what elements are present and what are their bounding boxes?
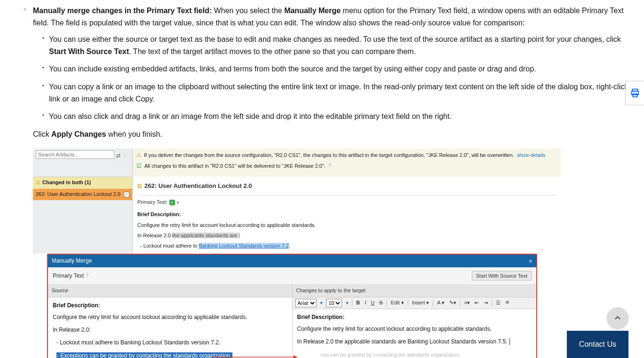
edit-dropdown[interactable]: Edit ▾ (390, 299, 405, 307)
up-arrow-icon[interactable]: ↑ (124, 152, 129, 157)
print-button[interactable] (625, 81, 644, 105)
source-header: Source (48, 285, 292, 297)
sub1-bold: Start With Source Text (49, 47, 129, 55)
print-icon (630, 88, 640, 98)
insert-dropdown[interactable]: Insert ▾ (411, 299, 430, 307)
help-icon[interactable]: ? (328, 163, 331, 170)
start-with-source-button[interactable]: Start With Source Text (472, 271, 532, 280)
warning-icon: ⚠ (36, 179, 40, 187)
fontsize-select[interactable]: 10 (326, 299, 342, 307)
src-release: In Release 2.0: (53, 326, 287, 338)
warning-icon: ⚠ (136, 151, 141, 160)
src-bd-text: Configure the retry limit for account lo… (53, 313, 287, 326)
changed-label: Changed in both (1) (42, 179, 91, 187)
status-icon: ✓ (169, 200, 175, 205)
main-item-text-a: When you select the (212, 7, 284, 15)
number-list-button[interactable]: ≝ (504, 299, 510, 307)
filter-icon[interactable]: ⇄ (116, 152, 122, 157)
src-bd-title: Brief Description: (53, 301, 287, 313)
help-icon[interactable]: ? (86, 272, 88, 280)
sub1-b: . The text of the target artifact moves … (129, 47, 416, 55)
brief-description-text: Configure the retry limit for account lo… (137, 220, 556, 231)
editor-toolbar: Arial ▼ 10 ▼ B I U S Edit ▾ Insert ▾ A ▾… (293, 297, 537, 309)
artifact-title: 262: User Authentication Lockout 2.0 (144, 181, 252, 191)
main-item-bold: Manually merge changes in the Primary Te… (33, 7, 212, 15)
dialog-subtitle: Primary Text (53, 272, 84, 280)
indent-button[interactable]: ⇥ (483, 299, 489, 307)
primary-text-label: Primary Text: (137, 198, 167, 207)
manually-merge-bold: Manually Merge (284, 7, 341, 15)
outdent-button[interactable]: ⇤ (474, 299, 480, 307)
after-b: when you finish. (106, 130, 162, 138)
contact-us-button[interactable]: Contact Us (567, 331, 628, 358)
selected-item-label: 262: User Authentication Lockout 2.0 (36, 190, 120, 199)
target-header: Changes to apply to the target (293, 285, 537, 297)
highlight-button[interactable]: ✎▾ (448, 299, 457, 307)
underline-button[interactable]: U (370, 299, 375, 307)
textcolor-button[interactable]: A ▾ (436, 299, 445, 307)
align-button[interactable]: ≡▾ (463, 299, 471, 307)
red-arrow-icon (213, 352, 457, 358)
src-highlighted[interactable]: - Exceptions can be granted by contactin… (56, 352, 232, 358)
scroll-top-button[interactable] (607, 307, 628, 329)
show-details-link[interactable]: show details (517, 151, 546, 160)
chevron-down-icon[interactable]: ▼ (319, 300, 324, 306)
sub4: You can also click and drag a link or an… (33, 110, 635, 123)
close-icon[interactable]: × (529, 258, 533, 265)
bold-button[interactable]: B (355, 299, 361, 307)
lockout-link[interactable]: Banking Lockout Standards version 7.2 (199, 243, 289, 249)
after-a: Click (33, 130, 51, 138)
tgt-release: In Release 2.0 the applicable standards … (297, 338, 508, 345)
dropdown-icon[interactable]: ▾ (177, 199, 179, 206)
src-lockout: - Lockout must adhere to Banking Lockout… (53, 338, 287, 351)
checkbox-icon[interactable]: ✓ (124, 192, 129, 197)
release-text: In Release 2.0 (137, 233, 172, 238)
banner2-text: All changes to this artifact in "R2.0 CS… (144, 162, 326, 171)
brief-description-title: Brief Description: (137, 209, 556, 221)
font-select[interactable]: Arial (295, 299, 317, 307)
app-screenshot: ⇄ ↑ ⚠ If you deliver the changes from th… (33, 148, 561, 254)
strike-button[interactable]: S (378, 299, 383, 307)
sub3: You can copy a link or an image to the c… (33, 81, 635, 105)
svg-marker-1 (294, 355, 297, 358)
sub1-a: You can use either the source or target … (49, 35, 621, 43)
tgt-bd-text: Configure the retry limit for account lo… (297, 325, 532, 337)
after-bold: Apply Changes (51, 130, 106, 138)
banner1-text: If you deliver the changes from the sour… (144, 151, 514, 160)
lockout-text: - Lockout must adhere to (140, 243, 199, 249)
artifact-row-selected[interactable]: 262: User Authentication Lockout 2.0 ✓ (33, 189, 132, 200)
tgt-bd-title: Brief Description: (297, 313, 532, 325)
chevron-down-icon[interactable]: ▼ (345, 300, 349, 306)
merge-icon: ⧉ (137, 181, 142, 191)
bullet-list-button[interactable]: ☰ (495, 299, 501, 307)
italic-button[interactable]: I (364, 299, 367, 307)
sub2: You can include existing embedded artifa… (33, 63, 635, 75)
manually-merge-dialog: Manually Merge × Primary Text ? Start Wi… (47, 254, 537, 358)
check-icon: ☑ (136, 162, 142, 171)
chevron-up-icon (613, 314, 622, 322)
dialog-title: Manually Merge (52, 257, 92, 265)
search-input[interactable] (36, 150, 114, 159)
release-grey: the applicable standards are (172, 233, 239, 238)
